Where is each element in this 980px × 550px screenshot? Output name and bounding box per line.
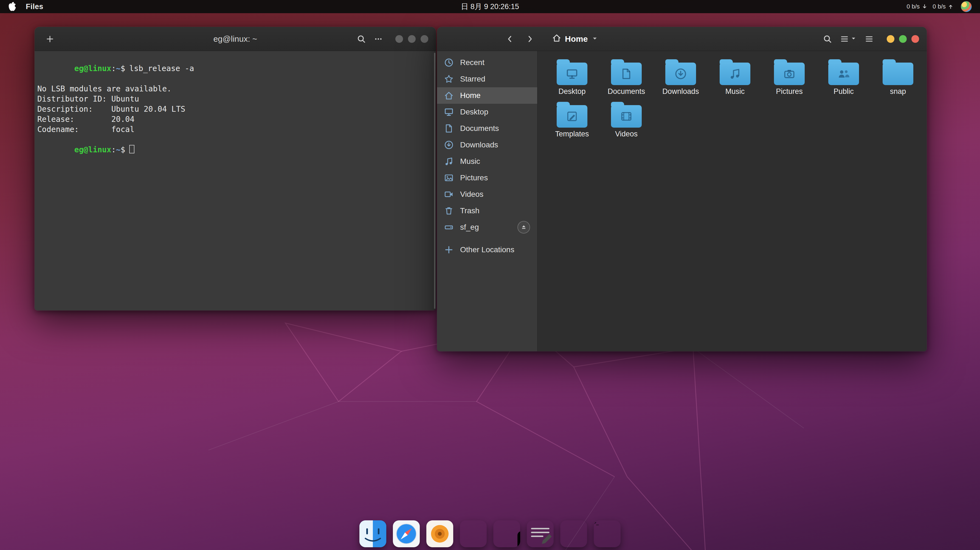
folder-icon	[557, 62, 587, 85]
location-label: Home	[565, 34, 588, 44]
desktop-icon	[444, 107, 453, 116]
sidebar-item-music[interactable]: Music	[437, 153, 537, 170]
terminal-scrollbar[interactable]	[434, 53, 435, 309]
safari-icon[interactable]	[393, 520, 420, 547]
folder-desktop[interactable]: Desktop	[545, 58, 599, 96]
terminal-close-button[interactable]	[421, 35, 428, 43]
user-avatar[interactable]	[961, 1, 972, 12]
eject-button[interactable]	[517, 221, 530, 234]
apple-menu-icon[interactable]	[8, 2, 16, 11]
camera-lens	[431, 525, 449, 543]
sidebar-item-desktop[interactable]: Desktop	[437, 104, 537, 120]
search-icon	[823, 35, 832, 43]
sidebar-item-downloads[interactable]: Downloads	[437, 137, 537, 153]
files-content-area[interactable]: Desktop Documents Downloads	[538, 51, 927, 351]
network-speed-up: 0 b/s	[932, 3, 954, 10]
terminal-window: eg@linux: ~ eg@linux:~$lsb_release -a N	[35, 27, 436, 311]
terminal-maximize-button[interactable]	[408, 35, 416, 43]
back-button[interactable]	[506, 35, 514, 43]
sidebar-item-pictures[interactable]: Pictures	[437, 170, 537, 186]
terminal-content[interactable]: eg@linux:~$lsb_release -a No LSB modules…	[35, 51, 436, 311]
sidebar-item-videos[interactable]: Videos	[437, 186, 537, 202]
upload-arrow-icon	[948, 3, 954, 10]
kebab-menu-icon	[374, 35, 383, 43]
folder-videos[interactable]: Videos	[599, 101, 654, 138]
search-icon	[357, 35, 366, 43]
files-close-button[interactable]	[912, 35, 919, 43]
files-menu-button[interactable]	[865, 35, 873, 43]
download-emblem-icon	[665, 62, 696, 85]
folder-templates[interactable]: Templates	[545, 101, 599, 138]
desktop: Files 日 8月 9 20:26:15 0 b/s 0 b/s eg@lin…	[0, 0, 980, 550]
terminal-command: lsb_release -a	[129, 64, 194, 73]
terminal-minimize-button[interactable]	[395, 35, 403, 43]
sidebar-item-documents[interactable]: Documents	[437, 120, 537, 137]
view-options-button[interactable]	[840, 35, 856, 43]
folder-icon	[611, 105, 642, 128]
sidebar-item-starred[interactable]: Starred	[437, 71, 537, 87]
forward-button[interactable]	[526, 35, 534, 43]
eject-icon	[520, 224, 527, 231]
terminal-search-button[interactable]	[357, 35, 366, 43]
terminal-menu-button[interactable]	[374, 35, 383, 43]
folder-icon	[720, 62, 750, 85]
folder-icon	[828, 62, 859, 85]
chevron-left-icon	[506, 35, 514, 43]
template-emblem-icon	[557, 105, 587, 128]
list-view-icon	[840, 35, 849, 43]
terminal-output-line: Description: Ubuntu 20.04 LTS	[37, 104, 433, 114]
firefox-icon[interactable]	[560, 520, 587, 547]
screenshot-app-icon[interactable]	[460, 520, 487, 547]
files-search-button[interactable]	[823, 35, 832, 43]
sidebar-item-sf-eg[interactable]: sf_eg	[437, 219, 537, 236]
document-emblem-icon	[611, 62, 642, 85]
terminal-prompt-line: eg@linux:~$lsb_release -a	[37, 53, 433, 84]
folder-pictures[interactable]: Pictures	[762, 58, 816, 96]
sidebar-item-other-locations[interactable]: Other Locations	[437, 242, 537, 258]
camera-app-icon[interactable]	[426, 520, 453, 547]
files-minimize-button[interactable]	[887, 35, 894, 43]
folder-documents[interactable]: Documents	[599, 58, 654, 96]
hamburger-menu-icon	[865, 35, 873, 43]
menu-bar-clock[interactable]: 日 8月 9 20:26:15	[461, 2, 519, 11]
new-tab-button[interactable]	[42, 31, 57, 47]
text-editor-icon[interactable]	[527, 520, 554, 547]
video-call-icon[interactable]	[493, 520, 520, 547]
folder-downloads[interactable]: Downloads	[654, 58, 708, 96]
plus-icon	[444, 245, 453, 254]
music-emblem-icon	[720, 62, 750, 85]
chevron-down-icon	[592, 34, 598, 44]
terminal-output-line: Codename: focal	[37, 124, 433, 134]
finder-icon[interactable]	[360, 520, 386, 547]
folder-snap[interactable]: snap	[871, 58, 925, 96]
documents-icon	[444, 124, 453, 133]
folder-icon	[774, 62, 805, 85]
desktop-emblem-icon	[557, 62, 587, 85]
trash-icon	[444, 206, 453, 215]
folder-icon	[557, 105, 587, 128]
folder-icon	[611, 62, 642, 85]
terminal-cursor	[129, 145, 134, 153]
music-icon	[444, 157, 453, 166]
film-emblem-icon	[611, 105, 642, 128]
drive-icon	[444, 223, 453, 232]
sidebar-item-recent[interactable]: Recent	[437, 54, 537, 71]
terminal-title: eg@linux: ~	[213, 34, 257, 44]
files-maximize-button[interactable]	[899, 35, 907, 43]
chevron-right-icon	[526, 35, 534, 43]
terminal-dock-icon[interactable]: >_	[594, 520, 620, 547]
folder-public[interactable]: Public	[816, 58, 871, 96]
terminal-headerbar: eg@linux: ~	[35, 27, 436, 51]
folder-icon	[665, 62, 696, 85]
sidebar-item-trash[interactable]: Trash	[437, 202, 537, 219]
menu-bar: Files 日 8月 9 20:26:15 0 b/s 0 b/s	[0, 0, 980, 13]
location-path-button[interactable]: Home	[552, 33, 598, 44]
files-headerbar: Home	[437, 27, 927, 51]
active-app-name[interactable]: Files	[26, 2, 43, 11]
plus-icon	[46, 35, 54, 43]
pictures-icon	[444, 173, 453, 183]
folder-music[interactable]: Music	[708, 58, 762, 96]
network-speed-down: 0 b/s	[907, 3, 928, 10]
sidebar-item-home[interactable]: Home	[437, 87, 537, 104]
home-icon	[552, 33, 561, 44]
